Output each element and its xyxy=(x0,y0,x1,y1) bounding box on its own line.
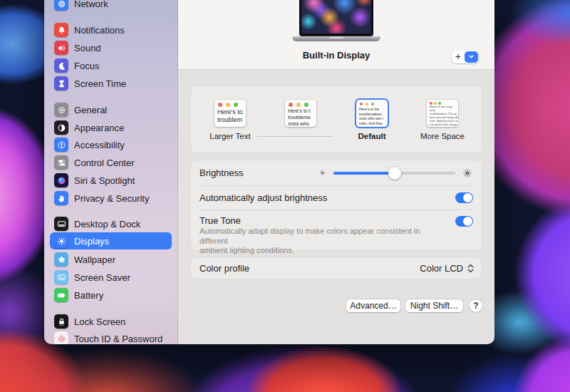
preset-label: Larger Text xyxy=(199,132,261,141)
toggle-knob xyxy=(463,193,472,202)
macbook-illustration xyxy=(286,0,386,43)
true-tone-label: True Tone xyxy=(200,215,241,226)
brightness-row: Brightness xyxy=(200,160,473,185)
resolution-presets-card: Here's to troublem Larger Text Here's to… xyxy=(191,86,482,153)
preset-thumbnail[interactable]: Here's to t troublema ones who xyxy=(285,100,316,127)
sidebar-item-privacy-security[interactable]: Privacy & Security xyxy=(50,190,172,207)
speaker-icon xyxy=(54,41,68,55)
sidebar-item-appearance[interactable]: Appearance xyxy=(50,119,172,136)
sidebar-item-network[interactable]: Network xyxy=(50,0,172,12)
gear-icon xyxy=(54,103,68,117)
traffic-light-dots xyxy=(427,100,458,105)
color-profile-label: Color profile xyxy=(200,263,249,274)
bell-icon xyxy=(54,23,68,37)
siri-orb-icon xyxy=(54,173,68,187)
settings-sidebar: Network Notifications Sound Focus Screen… xyxy=(44,0,178,344)
sidebar-item-notifications[interactable]: Notifications xyxy=(50,21,172,38)
sidebar-item-sound[interactable]: Sound xyxy=(50,39,172,56)
fingerprint-icon xyxy=(54,331,68,344)
thumbnail-sample-text: Here's to troublem xyxy=(214,108,246,124)
contrast-icon xyxy=(54,120,68,135)
thumbnail-sample-text: Here's to the crazy ones troublemakers. … xyxy=(427,105,458,127)
system-settings-window: Network Notifications Sound Focus Screen… xyxy=(44,0,494,344)
sidebar-item-touch-id[interactable]: Touch ID & Password xyxy=(50,330,172,344)
traffic-light-dots xyxy=(356,100,388,107)
sun-icon xyxy=(54,234,68,248)
slider-track[interactable] xyxy=(333,172,455,175)
flower-icon xyxy=(54,252,68,267)
lock-icon xyxy=(54,314,68,329)
macbook-screen-wallpaper xyxy=(301,0,371,33)
sidebar-item-control-center[interactable]: Control Center xyxy=(50,154,172,171)
accessibility-icon xyxy=(54,138,68,152)
preset-default[interactable]: Here's to the troublemakers ones who see… xyxy=(341,100,403,141)
slider-thumb[interactable] xyxy=(388,167,401,180)
moon-icon xyxy=(54,58,68,73)
color-profile-select[interactable]: Color LCD xyxy=(420,257,475,279)
advanced-button[interactable]: Advanced… xyxy=(346,299,400,312)
true-tone-row: True Tone Automatically adapt display to… xyxy=(200,210,473,250)
thumbnail-sample-text: Here's to t troublema ones who xyxy=(285,108,316,127)
sidebar-item-screen-time[interactable]: Screen Time xyxy=(50,75,172,92)
preset-thumbnail[interactable]: Here's to the troublemakers ones who see… xyxy=(356,100,388,127)
display-name-label: Built-in Display xyxy=(178,50,494,61)
sidebar-item-screen-saver[interactable]: Screen Saver xyxy=(50,269,172,286)
sidebar-item-lock-screen[interactable]: Lock Screen xyxy=(50,313,172,330)
help-button[interactable]: ? xyxy=(470,299,482,312)
dock-icon xyxy=(54,217,68,231)
sidebar-item-siri-spotlight[interactable]: Siri & Spotlight xyxy=(50,172,172,189)
sidebar-item-desktop-dock[interactable]: Desktop & Dock xyxy=(50,215,172,232)
updown-chevrons-icon xyxy=(467,263,475,274)
auto-brightness-toggle[interactable] xyxy=(455,192,473,203)
preset-label: Default xyxy=(341,132,403,141)
brightness-label: Brightness xyxy=(200,167,243,178)
color-profile-card: Color profile Color LCD xyxy=(191,257,482,279)
display-options-card: Brightness Automatically adjust brightne… xyxy=(191,160,482,250)
preset-thumbnail[interactable]: Here's to troublem xyxy=(214,100,246,127)
macbook-base xyxy=(292,36,380,41)
add-display-button[interactable]: + xyxy=(452,50,479,63)
auto-brightness-label: Automatically adjust brightness xyxy=(200,192,327,203)
thumbnail-sample-text: Here's to the troublemakers ones who see… xyxy=(356,107,388,125)
traffic-light-dots xyxy=(214,100,246,108)
display-settings-content: Here's to troublem Larger Text Here's to… xyxy=(178,71,494,344)
sidebar-item-focus[interactable]: Focus xyxy=(50,57,172,74)
hourglass-icon xyxy=(54,76,68,91)
slider-fill xyxy=(333,172,395,175)
preset-option-2[interactable]: Here's to t troublema ones who xyxy=(269,100,332,141)
plus-icon[interactable]: + xyxy=(452,51,465,63)
screensaver-icon xyxy=(54,270,68,284)
sidebar-item-battery[interactable]: Battery xyxy=(50,287,172,304)
hand-icon xyxy=(54,191,68,205)
preset-label: More Space xyxy=(411,132,474,141)
sun-dim-icon xyxy=(318,168,327,177)
sidebar-item-accessibility[interactable]: Accessibility xyxy=(50,136,172,153)
auto-brightness-row: Automatically adjust brightness xyxy=(200,186,473,210)
preset-divider-line xyxy=(257,136,333,137)
globe-icon xyxy=(54,0,68,11)
displays-pane: Built-in Display + Here's to troublem La… xyxy=(178,0,494,344)
preset-more-space[interactable]: Here's to the crazy ones troublemakers. … xyxy=(411,100,474,141)
macbook-screen xyxy=(299,0,373,36)
brightness-slider[interactable] xyxy=(318,160,473,185)
toggle-knob xyxy=(463,217,472,226)
true-tone-description: Automatically adapt display to make colo… xyxy=(200,227,449,256)
color-profile-value: Color LCD xyxy=(420,263,463,274)
sidebar-item-displays[interactable]: Displays xyxy=(50,232,172,249)
display-header: Built-in Display + xyxy=(178,0,494,70)
true-tone-toggle[interactable] xyxy=(455,216,473,227)
sidebar-item-general[interactable]: General xyxy=(50,101,172,118)
preset-thumbnail[interactable]: Here's to the crazy ones troublemakers. … xyxy=(427,100,458,127)
battery-icon xyxy=(54,288,68,302)
sun-bright-icon xyxy=(462,167,473,179)
chevron-down-icon[interactable] xyxy=(465,51,478,63)
night-shift-button[interactable]: Night Shift… xyxy=(405,299,463,312)
sidebar-item-wallpaper[interactable]: Wallpaper xyxy=(50,251,172,268)
traffic-light-dots xyxy=(285,100,316,108)
toggles-icon xyxy=(54,155,68,170)
preset-larger-text[interactable]: Here's to troublem Larger Text xyxy=(199,100,261,141)
